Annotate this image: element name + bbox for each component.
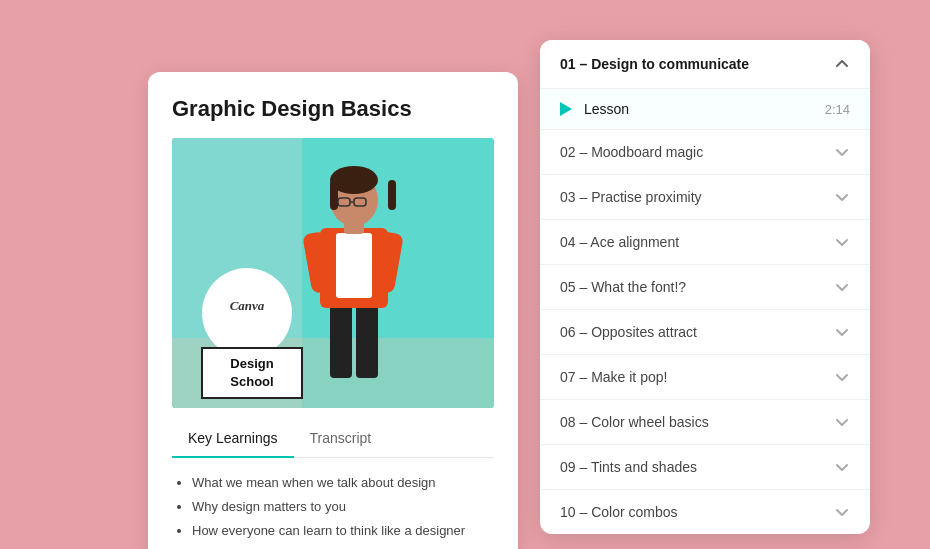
course-outline-panel: 01 – Design to communicate Lesson 2:14 0…: [540, 40, 870, 534]
section-04-label: 04 – Ace alignment: [560, 234, 679, 250]
section-05-label: 05 – What the font!?: [560, 279, 686, 295]
lesson-title: Lesson: [584, 101, 825, 117]
lesson-duration: 2:14: [825, 102, 850, 117]
video-scene-svg: Canva Design School: [172, 138, 494, 408]
key-learnings-list: What we mean when we talk about design W…: [172, 474, 494, 541]
section-01-header[interactable]: 01 – Design to communicate: [540, 40, 870, 89]
section-06-label: 06 – Opposites attract: [560, 324, 697, 340]
section-07-row[interactable]: 07 – Make it pop!: [540, 355, 870, 400]
svg-rect-9: [356, 298, 378, 378]
section-01-label: 01 – Design to communicate: [560, 56, 749, 72]
section-08-label: 08 – Color wheel basics: [560, 414, 709, 430]
active-lesson-row[interactable]: Lesson 2:14: [540, 89, 870, 130]
tab-transcript[interactable]: Transcript: [294, 420, 388, 458]
play-icon: [560, 102, 572, 116]
chevron-down-icon-03: [834, 189, 850, 205]
svg-rect-18: [388, 180, 396, 210]
section-06-row[interactable]: 06 – Opposites attract: [540, 310, 870, 355]
chevron-down-icon-08: [834, 414, 850, 430]
section-02-row[interactable]: 02 – Moodboard magic: [540, 130, 870, 175]
key-learning-item-3: How everyone can learn to think like a d…: [192, 522, 494, 540]
svg-point-3: [202, 268, 292, 358]
svg-text:Design: Design: [230, 356, 273, 371]
course-title: Graphic Design Basics: [172, 96, 494, 122]
key-learnings-section: What we mean when we talk about design W…: [172, 458, 494, 549]
chevron-down-icon-02: [834, 144, 850, 160]
section-10-row[interactable]: 10 – Color combos: [540, 490, 870, 534]
section-03-label: 03 – Practise proximity: [560, 189, 702, 205]
chevron-down-icon-10: [834, 504, 850, 520]
section-07-label: 07 – Make it pop!: [560, 369, 667, 385]
svg-rect-8: [330, 298, 352, 378]
chevron-down-icon-05: [834, 279, 850, 295]
left-content-card: Graphic Design Basics Canva Design Schoo…: [148, 72, 518, 549]
chevron-down-icon-09: [834, 459, 850, 475]
section-05-row[interactable]: 05 – What the font!?: [540, 265, 870, 310]
chevron-up-icon: [834, 56, 850, 72]
section-08-row[interactable]: 08 – Color wheel basics: [540, 400, 870, 445]
section-10-label: 10 – Color combos: [560, 504, 678, 520]
chevron-down-icon-07: [834, 369, 850, 385]
key-learning-item-2: Why design matters to you: [192, 498, 494, 516]
section-09-row[interactable]: 09 – Tints and shades: [540, 445, 870, 490]
section-02-label: 02 – Moodboard magic: [560, 144, 703, 160]
section-09-label: 09 – Tints and shades: [560, 459, 697, 475]
chevron-down-icon-04: [834, 234, 850, 250]
svg-rect-11: [336, 233, 372, 298]
svg-text:Canva: Canva: [230, 298, 265, 313]
section-03-row[interactable]: 03 – Practise proximity: [540, 175, 870, 220]
chevron-down-icon-06: [834, 324, 850, 340]
section-04-row[interactable]: 04 – Ace alignment: [540, 220, 870, 265]
svg-text:School: School: [230, 374, 273, 389]
svg-rect-17: [330, 180, 338, 210]
tab-key-learnings[interactable]: Key Learnings: [172, 420, 294, 458]
tabs-bar: Key Learnings Transcript: [172, 420, 494, 458]
key-learning-item-1: What we mean when we talk about design: [192, 474, 494, 492]
video-thumbnail[interactable]: Canva Design School: [172, 138, 494, 408]
